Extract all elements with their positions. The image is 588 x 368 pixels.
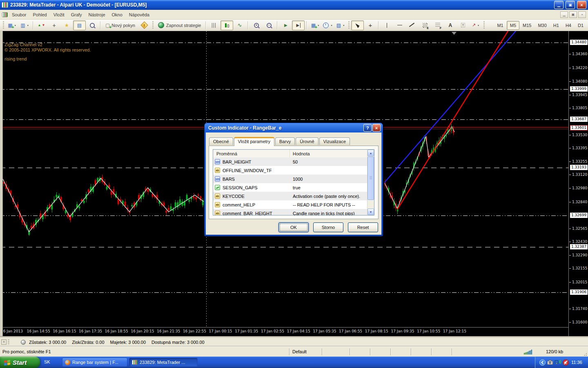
param-value[interactable]: Activation code (paste only once).	[290, 194, 367, 199]
table-row-6[interactable]: abcomment_BAR_HEIGHTCandle range in tick…	[213, 209, 367, 215]
dialog-help-button[interactable]	[363, 124, 372, 132]
param-value[interactable]: true	[290, 185, 367, 190]
dialog-close-button[interactable]	[372, 124, 381, 132]
mdi-minimize-icon[interactable]	[560, 11, 568, 18]
arrows-button[interactable]	[469, 20, 482, 30]
timeframe-h4[interactable]: H4	[562, 21, 575, 30]
tab-4[interactable]: Vizualizace	[319, 137, 350, 145]
horizontal-line-button[interactable]	[393, 20, 406, 30]
navigator-button[interactable]	[60, 20, 73, 30]
timeframe-d1[interactable]: D1	[575, 21, 587, 30]
scroll-down-icon[interactable]	[368, 209, 374, 215]
chart-shift-button[interactable]	[292, 20, 305, 30]
network-tray-icon[interactable]	[555, 359, 561, 366]
mdi-restore-icon[interactable]	[569, 11, 577, 18]
start-button[interactable]: Start	[0, 357, 40, 368]
market-watch-button[interactable]	[35, 20, 48, 30]
param-value[interactable]: Candle range in ticks (not pips)	[290, 211, 367, 216]
status-profile[interactable]: Default	[292, 349, 307, 354]
crosshair-button[interactable]	[364, 20, 376, 30]
timeframe-m1[interactable]: M1	[494, 21, 506, 30]
toolbar-grip[interactable]	[483, 21, 485, 29]
menu-item-0[interactable]: Soubor	[9, 11, 29, 18]
candlestick-chart-button[interactable]	[220, 20, 233, 30]
auto-scroll-button[interactable]	[279, 20, 292, 30]
strategy-tester-button[interactable]	[86, 20, 98, 30]
terminal-grip[interactable]	[8, 339, 9, 345]
toolbar-grip[interactable]	[348, 21, 350, 29]
fibonacci-button[interactable]	[431, 20, 444, 30]
timeframe-m15[interactable]: M15	[519, 21, 535, 30]
table-row-2[interactable]: 123BARS1000	[213, 175, 367, 183]
tab-2[interactable]: Barvy	[275, 137, 295, 145]
terminal-button[interactable]	[73, 20, 86, 30]
dialog-titlebar[interactable]: Custom Indicator - RangeBar_e	[206, 123, 381, 132]
chart-shift-marker[interactable]	[452, 32, 457, 35]
task-button-1[interactable]: 233829: MetaTrader ...	[129, 358, 198, 367]
camera-tray-icon[interactable]	[547, 359, 553, 366]
menu-item-2[interactable]: Vložit	[50, 11, 68, 18]
zoom-in-button[interactable]: +	[250, 20, 263, 30]
tab-0[interactable]: Obecné	[209, 137, 233, 145]
bar-chart-button[interactable]	[208, 20, 220, 30]
expert-advisors-button[interactable]: Zapnout strategie	[155, 20, 204, 30]
table-scrollbar[interactable]	[367, 150, 374, 215]
tray-clock[interactable]: 11:36	[571, 360, 582, 365]
timeframe-m5[interactable]: M5	[507, 21, 519, 30]
task-button-0[interactable]: Range bar system | F...	[62, 358, 127, 367]
new-chart-button[interactable]: +	[6, 20, 18, 30]
param-value[interactable]: -- READ HELP FOR INPUTS --	[290, 202, 367, 207]
hide-icons-icon[interactable]	[539, 359, 546, 366]
reset-button[interactable]: Reset	[348, 222, 378, 232]
menu-item-6[interactable]: Nápověda	[126, 11, 153, 18]
new-order-button[interactable]: + Nový pokyn	[102, 20, 138, 30]
scroll-up-icon[interactable]	[368, 150, 374, 156]
volume-muted-tray-icon[interactable]	[562, 359, 569, 366]
trendline-1[interactable]	[397, 31, 508, 209]
table-row-1[interactable]: abOFFLINE_WINDOW_TF	[213, 166, 367, 175]
line-chart-button[interactable]	[233, 20, 246, 30]
trendline-0[interactable]	[384, 31, 516, 183]
param-value[interactable]: 1000	[290, 177, 367, 182]
cancel-button[interactable]: Storno	[313, 222, 343, 232]
indicators-button[interactable]: +	[309, 20, 321, 30]
table-row-3[interactable]: SESSION_GAPStrue	[213, 183, 367, 192]
templates-button[interactable]	[334, 20, 347, 30]
table-row-5[interactable]: abcomment_HELP-- READ HELP FOR INPUTS --	[213, 200, 367, 209]
language-indicator[interactable]: SK	[44, 359, 50, 364]
tab-1[interactable]: Vložit parametry	[234, 137, 274, 146]
text-button[interactable]	[444, 20, 457, 30]
tab-3[interactable]: Úrovně	[296, 137, 318, 145]
param-value[interactable]: 50	[290, 159, 367, 164]
minimize-button[interactable]	[554, 1, 564, 9]
menu-item-5[interactable]: Okno	[109, 11, 126, 18]
window-titlebar[interactable]: 233829: MetaTrader - Alpari UK - Demoúče…	[0, 0, 588, 10]
expert-warning-button[interactable]: !	[138, 20, 151, 30]
cursor-button[interactable]	[351, 20, 364, 30]
resize-grip[interactable]	[582, 351, 588, 357]
menu-item-1[interactable]: Pohled	[29, 11, 50, 18]
timeframe-m30[interactable]: M30	[535, 21, 550, 30]
periods-button[interactable]	[321, 20, 334, 30]
price-axis[interactable]: 1.344801.343601.342201.340801.339991.339…	[568, 31, 588, 336]
terminal-close-icon[interactable]	[1, 339, 7, 345]
vertical-line-button[interactable]	[381, 20, 393, 30]
ok-button[interactable]: OK	[278, 222, 309, 232]
toolbar-grip[interactable]	[152, 21, 154, 29]
menu-item-4[interactable]: Nástroje	[85, 11, 109, 18]
zoom-out-button[interactable]: −	[263, 20, 275, 30]
chart-profiles-button[interactable]	[18, 20, 31, 30]
table-row-4[interactable]: abKEYCODEActivation code (paste only onc…	[213, 192, 367, 200]
mdi-close-icon[interactable]	[578, 11, 586, 18]
data-window-button[interactable]	[48, 20, 60, 30]
trendline-button[interactable]	[406, 20, 419, 30]
close-button[interactable]	[577, 1, 586, 9]
time-axis[interactable]: 16 Jan 201316 Jan 14:5516 Jan 16:1516 Ja…	[0, 327, 568, 336]
maximize-button[interactable]	[566, 1, 575, 9]
text-label-button[interactable]	[457, 20, 469, 30]
channel-button[interactable]	[419, 20, 431, 30]
table-row-0[interactable]: 123BAR_HEIGHT50	[213, 157, 367, 166]
toolbar-grip[interactable]	[3, 21, 4, 29]
menu-item-3[interactable]: Grafy	[68, 11, 85, 18]
timeframe-h1[interactable]: H1	[550, 21, 562, 30]
